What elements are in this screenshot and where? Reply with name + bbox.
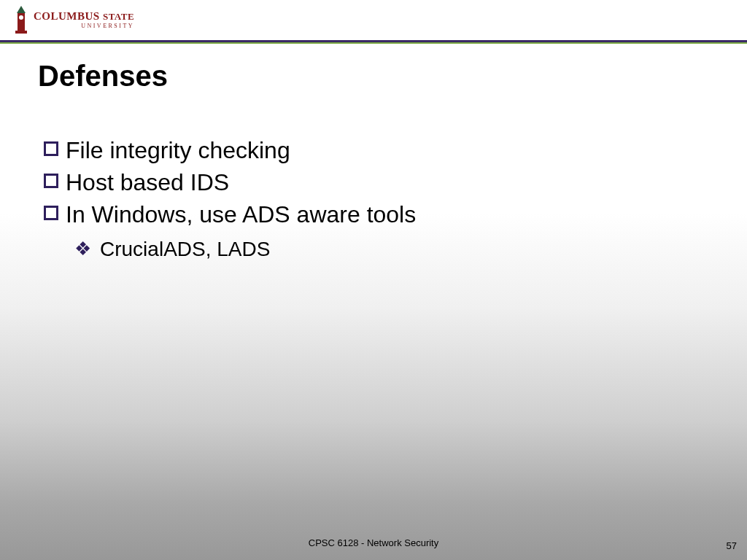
logo-line-2: UNIVERSITY [34,23,134,29]
footer-page-number: 57 [727,540,737,551]
svg-marker-1 [17,6,26,13]
clock-tower-icon [13,6,29,34]
logo-line-1: COLUMBUS STATE [34,11,134,22]
square-bullet-icon [44,174,58,188]
list-item: File integrity checking [44,136,718,165]
bullet-text: File integrity checking [66,136,290,165]
university-logo: COLUMBUS STATE UNIVERSITY [13,6,134,34]
logo-text: COLUMBUS STATE UNIVERSITY [34,11,134,29]
logo-word-columbus: COLUMBUS [34,10,103,22]
list-item: In Windows, use ADS aware tools [44,200,718,229]
logo-word-state: STATE [103,11,134,22]
square-bullet-icon [44,206,58,220]
divider-green [0,42,747,44]
slide-title: Defenses [38,60,168,93]
footer-course: CPSC 6128 - Network Security [0,537,747,548]
bullet-text: Host based IDS [66,168,229,197]
slide-content: File integrity checking Host based IDS I… [44,136,718,262]
bullet-text: In Windows, use ADS aware tools [66,200,416,229]
diamond-bullet-icon: ❖ [74,239,91,258]
list-item: Host based IDS [44,168,718,197]
sub-bullet-text: CrucialADS, LADS [100,236,270,262]
svg-rect-3 [15,31,27,34]
list-sub-item: ❖ CrucialADS, LADS [74,236,718,262]
slide-header: COLUMBUS STATE UNIVERSITY [0,0,747,40]
slide: COLUMBUS STATE UNIVERSITY Defenses File … [0,0,747,560]
square-bullet-icon [44,141,58,156]
svg-point-2 [19,15,23,20]
